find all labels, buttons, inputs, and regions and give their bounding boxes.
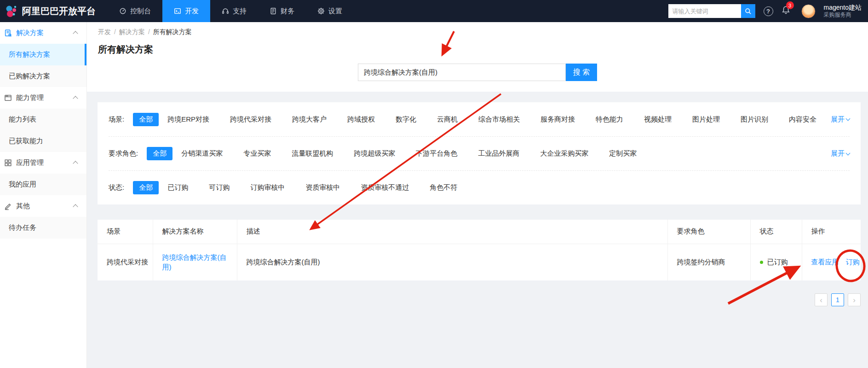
solution-search-button[interactable]: 搜 索 bbox=[566, 64, 597, 81]
solution-search-input[interactable] bbox=[358, 64, 566, 81]
develop-icon bbox=[174, 7, 181, 15]
navbar-search-input[interactable] bbox=[668, 4, 741, 18]
filter-option[interactable]: 综合市场相关 bbox=[478, 115, 520, 124]
breadcrumb-item[interactable]: 解决方案 bbox=[119, 28, 145, 35]
filter-option[interactable]: 跨境ERP对接 bbox=[167, 115, 209, 124]
col-header-role: 要求角色 bbox=[667, 220, 750, 244]
filter-option[interactable]: 分销渠道买家 bbox=[181, 149, 223, 158]
chevron-up-icon bbox=[73, 161, 78, 166]
filter-option[interactable]: 特色能力 bbox=[596, 115, 623, 124]
pagination-prev-button[interactable]: ‹ bbox=[815, 293, 828, 306]
gear-icon bbox=[317, 7, 325, 15]
nav-item-console[interactable]: 控制台 bbox=[108, 0, 162, 22]
notifications-bell[interactable]: 3 bbox=[782, 6, 790, 17]
filter-chip-all[interactable]: 全部 bbox=[147, 147, 172, 160]
filter-option[interactable]: 图片处理 bbox=[692, 115, 720, 124]
user-meta[interactable]: magento建站 采购服务商 bbox=[824, 4, 862, 19]
sidebar-group-capability[interactable]: 能力管理 bbox=[0, 87, 86, 109]
nav-item-settings[interactable]: 设置 bbox=[306, 0, 354, 22]
breadcrumb-separator: / bbox=[114, 28, 116, 35]
filter-options: 分销渠道买家专业买家流量联盟机构跨境超级买家下游平台角色工业品外展商大企业采购买… bbox=[181, 149, 831, 158]
filter-chip-all[interactable]: 全部 bbox=[133, 181, 159, 194]
main-content: 开发/解决方案/所有解决方案 所有解决方案 搜 索 场景: 全部 跨境ERP对接… bbox=[87, 22, 868, 368]
nav-menu: 控制台 开发 支持 财务 设置 bbox=[108, 0, 354, 22]
nav-item-support[interactable]: 支持 bbox=[210, 0, 258, 22]
sidebar-item-capability-list[interactable]: 能力列表 bbox=[0, 109, 86, 130]
sidebar-group-apps[interactable]: 应用管理 bbox=[0, 152, 86, 174]
filter-option[interactable]: 角色不符 bbox=[430, 183, 457, 192]
filter-option[interactable]: 定制买家 bbox=[609, 149, 637, 158]
page-title: 所有解决方案 bbox=[98, 43, 857, 56]
expand-link[interactable]: 展开 bbox=[831, 115, 850, 124]
filter-option[interactable]: 已订购 bbox=[167, 183, 188, 192]
filter-label: 状态: bbox=[109, 183, 124, 192]
view-app-link[interactable]: 查看应用 bbox=[811, 258, 839, 267]
filter-row-status: 状态: 全部 已订购可订购订购审核中资质审核中资质审核不通过角色不符 bbox=[109, 170, 850, 204]
dashboard-icon bbox=[119, 7, 126, 15]
filter-label: 场景: bbox=[109, 115, 124, 124]
filter-options: 跨境ERP对接跨境代采对接跨境大客户跨域授权数字化云商机综合市场相关服务商对接特… bbox=[167, 115, 831, 124]
col-header-scene: 场景 bbox=[98, 220, 153, 244]
user-avatar[interactable] bbox=[801, 4, 816, 18]
sidebar-item-my-apps[interactable]: 我的应用 bbox=[0, 174, 86, 195]
filter-option[interactable]: 跨境代采对接 bbox=[230, 115, 271, 124]
filter-option[interactable]: 工业品外展商 bbox=[478, 149, 519, 158]
filter-option[interactable]: 跨域授权 bbox=[347, 115, 375, 124]
filter-option[interactable]: 数字化 bbox=[396, 115, 416, 124]
solution-icon bbox=[4, 29, 12, 37]
filter-option[interactable]: 视频处理 bbox=[644, 115, 672, 124]
filter-option[interactable]: 跨境大客户 bbox=[292, 115, 327, 124]
chevron-up-icon bbox=[73, 204, 78, 209]
filter-option[interactable]: 专业买家 bbox=[243, 149, 271, 158]
nav-item-finance[interactable]: 财务 bbox=[258, 0, 306, 22]
order-link[interactable]: 订购 bbox=[846, 258, 860, 267]
sidebar-item-label: 所有解决方案 bbox=[9, 50, 50, 59]
filter-chip-all[interactable]: 全部 bbox=[133, 113, 159, 126]
filter-option[interactable]: 资质审核中 bbox=[305, 183, 340, 192]
breadcrumb-item[interactable]: 开发 bbox=[98, 28, 111, 35]
filter-option[interactable]: 大企业采购买家 bbox=[540, 149, 588, 158]
filter-option[interactable]: 可订购 bbox=[209, 183, 230, 192]
pagination-next-button[interactable]: › bbox=[848, 293, 861, 306]
chevron-down-icon bbox=[846, 151, 851, 155]
navbar-search-button[interactable] bbox=[741, 4, 755, 18]
nav-item-label: 控制台 bbox=[130, 7, 151, 16]
help-icon[interactable]: ? bbox=[764, 6, 773, 16]
expand-link[interactable]: 展开 bbox=[831, 149, 850, 158]
filter-option[interactable]: 图片识别 bbox=[741, 115, 768, 124]
status-label: 已订购 bbox=[767, 258, 788, 266]
filter-option[interactable]: 跨境超级买家 bbox=[354, 149, 395, 158]
sidebar-item-label: 已获取能力 bbox=[9, 137, 43, 146]
nav-item-label: 财务 bbox=[281, 7, 294, 16]
filter-option[interactable]: 服务商对接 bbox=[540, 115, 575, 124]
filter-option[interactable]: 下游平台角色 bbox=[416, 149, 457, 158]
brand[interactable]: 阿里巴巴开放平台 bbox=[5, 4, 108, 18]
cell-scene: 跨境代采对接 bbox=[98, 244, 153, 280]
solution-name-link[interactable]: 跨境综合解决方案(自用) bbox=[162, 253, 227, 271]
filter-option[interactable]: 内容安全 bbox=[789, 115, 816, 124]
sidebar-group-solutions[interactable]: 解决方案 bbox=[0, 22, 86, 44]
pagination-page-1[interactable]: 1 bbox=[831, 293, 844, 306]
sidebar-item-acquired-capabilities[interactable]: 已获取能力 bbox=[0, 130, 86, 152]
table-row: 跨境代采对接 跨境综合解决方案(自用) 跨境综合解决方案(自用) 跨境签约分销商… bbox=[98, 244, 861, 280]
filter-option[interactable]: 流量联盟机构 bbox=[292, 149, 333, 158]
sidebar-item-all-solutions[interactable]: 所有解决方案 bbox=[0, 44, 86, 65]
filter-option[interactable]: 资质审核不通过 bbox=[361, 183, 409, 192]
sidebar-group-other[interactable]: 其他 bbox=[0, 195, 86, 217]
user-role: 采购服务商 bbox=[824, 12, 862, 18]
sidebar-group-label: 解决方案 bbox=[16, 29, 44, 37]
filter-option[interactable]: 订购审核中 bbox=[250, 183, 285, 192]
filter-option[interactable]: 云商机 bbox=[437, 115, 458, 124]
col-header-status: 状态 bbox=[750, 220, 802, 244]
nav-item-develop[interactable]: 开发 bbox=[162, 0, 210, 22]
top-navbar: 阿里巴巴开放平台 控制台 开发 支持 财务 bbox=[0, 0, 868, 22]
pagination: ‹ 1 › bbox=[87, 293, 861, 306]
sidebar-item-purchased-solutions[interactable]: 已购解决方案 bbox=[0, 65, 86, 87]
capability-icon bbox=[4, 94, 12, 102]
col-header-actions: 操作 bbox=[802, 220, 861, 244]
platform-logo-icon bbox=[5, 4, 18, 18]
chevron-up-icon bbox=[73, 96, 78, 101]
sidebar-item-todo-tasks[interactable]: 待办任务 bbox=[0, 217, 86, 239]
col-header-desc: 描述 bbox=[237, 220, 667, 244]
col-header-name: 解决方案名称 bbox=[153, 220, 237, 244]
